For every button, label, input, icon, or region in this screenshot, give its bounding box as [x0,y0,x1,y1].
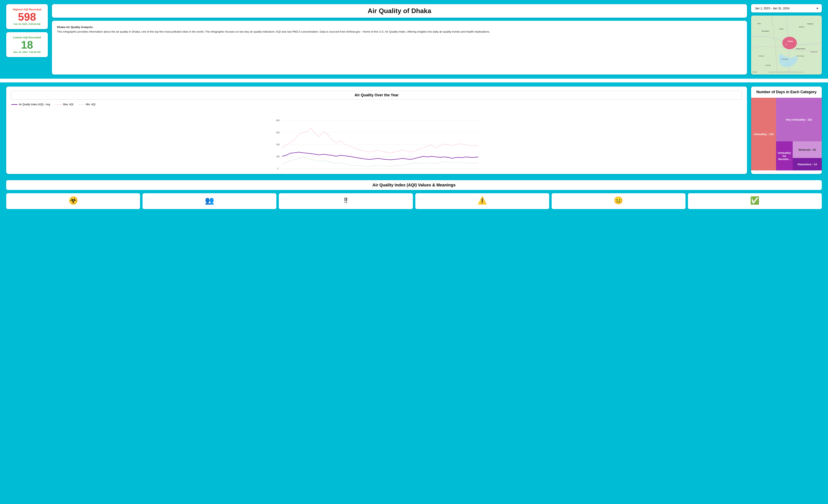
treemap-cell-moderate: Moderate : 50 [793,141,822,158]
treemap-cell-unhealthy: Unhealthy : 133 [751,98,776,171]
legend-min: Min. AQI [78,103,95,106]
min-line-icon [78,104,85,105]
low-aqi-date: Nov 16, 2023, 7:00:00 PM [11,51,43,53]
treemap-title: Number of Days in Each Category [751,87,822,98]
svg-text:Kaliganj: Kaliganj [807,23,813,25]
svg-text:600: 600 [276,131,280,134]
legend-max: Max. AQI [56,103,73,106]
high-aqi-label: Highest AQI Recorded [11,8,43,11]
aqi-meaning-very-unhealthy: 👥 [142,193,276,209]
svg-text:ঢাকা: ঢাকা [785,43,787,45]
line-chart-svg: 0 200 400 600 800 Jan 1, 2023 [11,107,742,170]
good-icon: ✅ [691,196,819,205]
legend-avg: Air Quality Index (AQI) - Avg. [11,103,51,106]
unhealthy-label: Unhealthy : 133 [754,133,774,136]
date-range-label: Jan 1, 2023 - Jan 31, 2024 [755,7,790,10]
legend-max-label: Max. AQI [63,103,73,106]
bottom-section: Air Quality Index (AQI) Values & Meaning… [0,178,828,213]
line-chart-wrapper: 0 200 400 600 800 Jan 1, 2023 [11,107,742,170]
low-aqi-card: Lowest AQI Recorded 18 Nov 16, 2023, 7:0… [6,32,48,57]
high-aqi-card: Highest AQI Recorded 598 Feb 18, 2023, 2… [6,4,48,29]
map-container: Manikganj Savar Mawna Kaliganj টঙ্গাইল D… [751,15,822,75]
treemap-cell-very-unhealthy: Very Unhealthy : 101 [776,98,822,141]
date-range-selector[interactable]: Jan 1, 2023 - Jan 31, 2024 ▾ [751,4,822,12]
chart-legend: Air Quality Index (AQI) - Avg. Max. AQI … [11,103,742,106]
main-title: Air Quality of Dhaka [56,7,743,15]
map-canvas: Manikganj Savar Mawna Kaliganj টঙ্গাইল D… [751,15,822,75]
svg-text:Google: Google [752,71,757,73]
svg-text:Manikganj: Manikganj [761,30,769,32]
legend-avg-label: Air Quality Index (AQI) - Avg. [19,103,51,106]
treemap-right-bottom-right: Moderate : 50 Hazardous : 14 [793,141,822,171]
map-svg: Manikganj Savar Mawna Kaliganj টঙ্গাইল D… [751,15,822,75]
svg-point-1 [782,37,797,49]
moderate-label: Moderate : 50 [798,148,816,151]
aqi-meaning-moderate: 😐 [552,193,686,209]
bottom-title: Air Quality Index (AQI) Values & Meaning… [372,183,455,187]
sensitive-label: Unhealthy for Sensitiv... [778,151,791,161]
unhealthy-icon: ‼️ [282,196,409,205]
svg-text:টঙ্গাইল: টঙ্গাইল [757,23,761,25]
svg-text:200: 200 [276,155,280,158]
treemap-cell-sensitive: Unhealthy for Sensitiv... [776,141,793,171]
svg-text:Mawna: Mawna [799,26,804,28]
chart-title: Air Quality Over the Year [355,93,399,97]
svg-text:Bhanga: Bhanga [766,64,771,66]
treemap-left-col: Unhealthy : 133 [751,98,776,171]
svg-text:Sreenagar: Sreenagar [781,58,788,60]
svg-text:Dhaka: Dhaka [787,40,793,42]
very-unhealthy-label: Very Unhealthy : 101 [786,118,812,121]
middle-section: Air Quality Over the Year Air Quality In… [0,82,828,178]
treemap-cell-hazardous: Hazardous : 14 [793,158,822,171]
svg-text:0: 0 [277,168,279,170]
treemap-right-col: Very Unhealthy : 101 Unhealthy for Sensi… [776,98,822,171]
desc-title: Dhaka Air Quality Analysis: [57,26,93,29]
high-aqi-value: 598 [11,11,43,23]
svg-text:Keyboard shortcuts  Map data ©: Keyboard shortcuts Map data ©2024 Terms … [769,72,804,73]
chart-container: Air Quality Over the Year Air Quality In… [6,87,747,174]
very-unhealthy-icon: 👥 [146,196,273,205]
legend-min-label: Min. AQI [86,103,95,106]
aqi-meaning-unhealthy: ‼️ [279,193,413,209]
bottom-title-box: Air Quality Index (AQI) Values & Meaning… [6,180,822,190]
sensitive-icon: ⚠️ [419,196,546,205]
center-column: Air Quality of Dhaka Dhaka Air Quality A… [52,4,747,75]
chevron-down-icon: ▾ [817,7,818,10]
svg-text:Narayanganj: Narayanganj [796,48,805,50]
aqi-meaning-sensitive: ⚠️ [415,193,549,209]
right-column: Jan 1, 2023 - Jan 31, 2024 ▾ [751,4,822,75]
treemap-container: Number of Days in Each Category Unhealth… [751,87,822,174]
svg-text:Daudkandi: Daudkandi [810,51,817,52]
svg-text:Munshiganj: Munshiganj [797,55,804,57]
description-box: Dhaka Air Quality Analysis: This infogra… [52,21,747,75]
svg-text:Sadarpur: Sadarpur [758,55,764,57]
section-divider [0,79,828,82]
svg-text:Savar: Savar [779,28,784,30]
chart-title-box: Air Quality Over the Year [11,91,742,100]
max-line-icon [56,104,62,105]
hazardous-label: Hazardous : 14 [798,163,817,166]
treemap-right-bottom: Unhealthy for Sensitiv... Moderate : 50 … [776,141,822,171]
svg-text:800: 800 [276,119,280,122]
aqi-meanings: ☣️ 👥 ‼️ ⚠️ 😐 ✅ [6,193,822,209]
low-aqi-value: 18 [11,39,43,51]
svg-text:400: 400 [276,143,280,146]
aqi-meaning-hazardous: ☣️ [6,193,140,209]
stats-column: Highest AQI Recorded 598 Feb 18, 2023, 2… [6,4,48,75]
main-title-box: Air Quality of Dhaka [52,4,747,18]
top-section: Highest AQI Recorded 598 Feb 18, 2023, 2… [0,0,828,79]
hazardous-icon: ☣️ [9,196,137,205]
treemap-layout: Unhealthy : 133 Very Unhealthy : 101 Unh… [751,98,822,171]
avg-line-icon [11,104,17,105]
aqi-meaning-good: ✅ [688,193,822,209]
moderate-icon: 😐 [555,196,682,205]
low-aqi-label: Lowest AQI Recorded [11,36,43,39]
desc-body: This infographic provides information ab… [57,30,490,33]
high-aqi-date: Feb 18, 2023, 2:00:00 AM [11,23,43,25]
